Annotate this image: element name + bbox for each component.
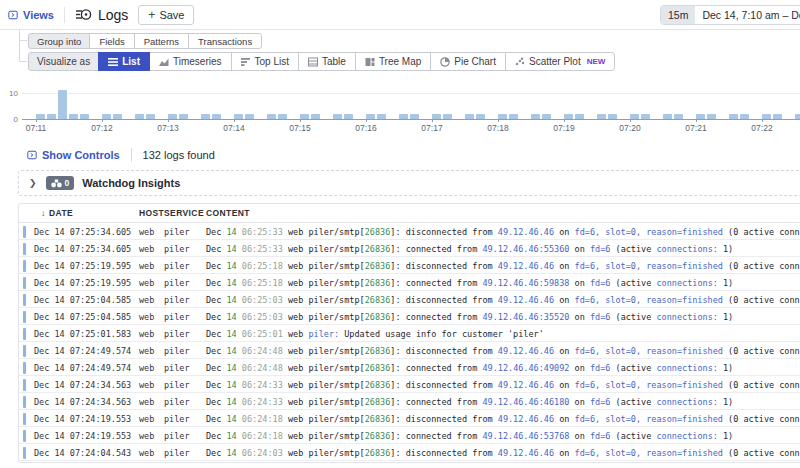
log-row[interactable]: Dec 14 07:25:34.605webpilerDec 14 06:25:… [19, 223, 800, 240]
log-host: web [139, 397, 154, 407]
x-tick-label: 07:12 [84, 123, 120, 133]
x-tick-mark [366, 119, 367, 122]
chevron-right-icon[interactable]: ❯ [29, 178, 37, 188]
log-row[interactable]: Dec 14 07:25:19.595webpilerDec 14 06:25:… [19, 257, 800, 274]
log-service: piler [164, 380, 190, 390]
viz-option-tree-map[interactable]: Tree Map [355, 52, 431, 71]
viz-option-table[interactable]: Table [298, 52, 356, 71]
log-row[interactable]: Dec 14 07:25:19.595webpilerDec 14 06:25:… [19, 274, 800, 291]
histogram-plot [0, 86, 800, 119]
x-tick-label: 07:16 [348, 123, 384, 133]
viz-option-timeseries[interactable]: Timeseries [149, 52, 232, 71]
logs-product-icon [75, 6, 92, 23]
log-row[interactable]: Dec 14 07:24:34.563webpilerDec 14 06:24:… [19, 393, 800, 410]
log-host: web [139, 312, 154, 322]
viz-option-top-list[interactable]: Top List [231, 52, 299, 71]
x-tick-mark [168, 119, 169, 122]
log-content: Dec 14 06:25:03 web piler/smtp[26836]: d… [206, 295, 800, 305]
divider [64, 7, 65, 23]
column-header-content[interactable]: CONTENT [206, 208, 250, 218]
viz-option-scatter-plot[interactable]: Scatter Plot NEW [505, 52, 615, 71]
log-row[interactable]: Dec 14 07:24:34.563webpilerDec 14 06:24:… [19, 376, 800, 393]
time-range-text[interactable]: Dec 14, 7:10 am – Dec 14, [695, 9, 800, 21]
log-row[interactable]: Dec 14 07:24:19.553webpilerDec 14 06:24:… [19, 410, 800, 427]
log-date: Dec 14 07:24:34.563 [34, 380, 131, 390]
column-header-date[interactable]: DATE [49, 208, 73, 218]
log-content: Dec 14 06:25:01 web piler: Updated usage… [206, 329, 800, 339]
save-button[interactable]: + Save [138, 5, 194, 25]
column-header-host[interactable]: HOST [139, 208, 164, 218]
log-row[interactable]: Dec 14 07:25:34.605webpilerDec 14 06:25:… [19, 240, 800, 257]
status-indicator [23, 294, 26, 306]
x-tick-label: 07:18 [480, 123, 516, 133]
log-service: piler [164, 431, 190, 441]
views-button[interactable]: Views [8, 9, 54, 21]
log-date: Dec 14 07:24:04.543 [34, 448, 131, 458]
x-tick-label: 07:20 [612, 123, 648, 133]
connector-line [19, 40, 27, 41]
log-date: Dec 14 07:24:34.563 [34, 397, 131, 407]
log-content: Dec 14 06:24:33 web piler/smtp[26836]: d… [206, 380, 800, 390]
top-list-icon [241, 57, 251, 67]
x-tick-mark [234, 119, 235, 122]
list-icon [108, 57, 118, 67]
status-indicator [23, 447, 26, 459]
x-tick-label: 07:13 [150, 123, 186, 133]
x-tick-label: 07:11 [18, 123, 54, 133]
log-service: piler [164, 346, 190, 356]
scatter-plot-icon [515, 57, 525, 67]
log-row[interactable]: Dec 14 07:24:49.574webpilerDec 14 06:24:… [19, 359, 800, 376]
log-host: web [139, 329, 154, 339]
views-label: Views [23, 9, 54, 21]
group-option-patterns[interactable]: Patterns [134, 33, 189, 49]
log-service: piler [164, 448, 190, 458]
x-tick-label: 07:14 [216, 123, 252, 133]
log-host: web [139, 278, 154, 288]
log-host: web [139, 346, 154, 356]
log-date: Dec 14 07:25:19.595 [34, 278, 131, 288]
tree-map-icon [365, 57, 375, 67]
log-content: Dec 14 06:24:18 web piler/smtp[26836]: d… [206, 414, 800, 424]
log-host: web [139, 244, 154, 254]
logs-found-count: 132 logs found [143, 149, 215, 161]
panel-expand-icon [27, 150, 37, 160]
log-date: Dec 14 07:24:49.574 [34, 346, 131, 356]
log-row[interactable]: Dec 14 07:24:04.543webpilerDec 14 06:24:… [19, 444, 800, 461]
log-host: web [139, 261, 154, 271]
viz-option-pie-chart[interactable]: Pie Chart [430, 52, 506, 71]
log-service: piler [164, 295, 190, 305]
log-row[interactable]: Dec 14 07:25:04.585webpilerDec 14 06:25:… [19, 291, 800, 308]
log-row[interactable]: Dec 14 07:24:19.553webpilerDec 14 06:24:… [19, 427, 800, 444]
log-row[interactable]: Dec 14 07:25:01.583webpilerDec 14 06:25:… [19, 325, 800, 342]
group-into-label: Group into [28, 33, 90, 49]
group-option-fields[interactable]: Fields [89, 33, 134, 49]
time-range-chip[interactable]: 15m [661, 6, 695, 24]
x-tick-label: 07:17 [414, 123, 450, 133]
time-range-picker[interactable]: 15m Dec 14, 7:10 am – Dec 14, [660, 5, 800, 25]
watchdog-badge: 0 [46, 176, 75, 190]
log-host: web [139, 363, 154, 373]
sort-descending-icon[interactable]: ↓ [41, 208, 46, 218]
column-header-service[interactable]: SERVICE [164, 208, 204, 218]
viz-option-list[interactable]: List [98, 52, 150, 71]
histogram-bar[interactable] [58, 90, 67, 119]
log-content: Dec 14 06:24:48 web piler/smtp[26836]: d… [206, 346, 800, 356]
save-label: Save [159, 9, 184, 21]
x-tick-mark [762, 119, 763, 122]
divider [131, 148, 132, 162]
log-date: Dec 14 07:24:19.553 [34, 414, 131, 424]
results-controls: Show Controls 132 logs found [27, 147, 215, 163]
log-row[interactable]: Dec 14 07:25:04.585webpilerDec 14 06:25:… [19, 308, 800, 325]
watchdog-insights-section[interactable]: ❯ 0 Watchdog Insights [18, 170, 800, 196]
x-tick-label: 07:22 [744, 123, 780, 133]
pie-chart-icon [440, 57, 450, 67]
x-tick-mark [102, 119, 103, 122]
x-tick-mark [36, 119, 37, 122]
log-date: Dec 14 07:25:01.583 [34, 329, 131, 339]
log-row[interactable]: Dec 14 07:24:49.574webpilerDec 14 06:24:… [19, 342, 800, 359]
show-controls-button[interactable]: Show Controls [27, 149, 120, 161]
group-option-transactions[interactable]: Transactions [188, 33, 262, 49]
log-host: web [139, 380, 154, 390]
log-service: piler [164, 329, 190, 339]
log-content: Dec 14 06:24:33 web piler/smtp[26836]: c… [206, 397, 800, 407]
